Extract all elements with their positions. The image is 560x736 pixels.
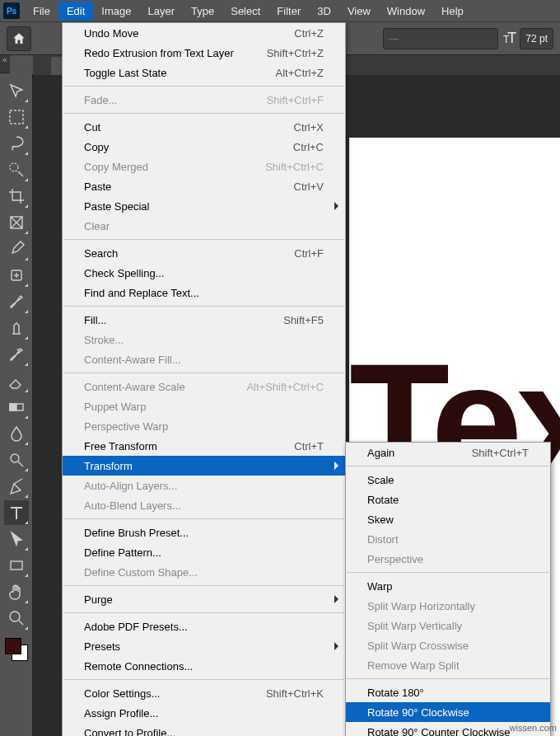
menubar-item-help[interactable]: Help bbox=[433, 2, 472, 21]
menu-item-fill[interactable]: Fill...Shift+F5 bbox=[63, 310, 345, 330]
gradient-tool[interactable] bbox=[4, 395, 29, 420]
brush-tool[interactable] bbox=[4, 289, 29, 314]
menu-item-rotate-180[interactable]: Rotate 180° bbox=[346, 682, 550, 702]
eraser-tool[interactable] bbox=[4, 368, 29, 393]
menu-item-shortcut: Shift+Ctrl+C bbox=[265, 161, 324, 173]
menu-item-rotate-90-clockwise[interactable]: Rotate 90° Clockwise bbox=[346, 702, 550, 722]
menu-item-check-spelling[interactable]: Check Spelling... bbox=[63, 263, 345, 283]
menu-item-content-aware-fill: Content-Aware Fill... bbox=[63, 349, 345, 369]
menu-item-skew[interactable]: Skew bbox=[346, 509, 550, 529]
menu-item-label: Puppet Warp bbox=[84, 401, 324, 413]
menu-item-presets[interactable]: Presets bbox=[63, 636, 345, 656]
menu-item-color-settings[interactable]: Color Settings...Shift+Ctrl+K bbox=[63, 683, 345, 703]
home-button[interactable] bbox=[7, 26, 31, 51]
pen-tool[interactable] bbox=[4, 474, 29, 499]
menubar-item-edit[interactable]: Edit bbox=[58, 2, 93, 21]
rectangle-tool[interactable] bbox=[4, 553, 29, 578]
menu-item-free-transform[interactable]: Free TransformCtrl+T bbox=[63, 436, 345, 456]
menu-item-paste[interactable]: PasteCtrl+V bbox=[63, 176, 345, 196]
menu-item-search[interactable]: SearchCtrl+F bbox=[63, 243, 345, 263]
move-tool-icon bbox=[7, 82, 26, 100]
menu-item-warp[interactable]: Warp bbox=[346, 576, 550, 596]
menubar-item-filter[interactable]: Filter bbox=[268, 2, 309, 21]
healing-brush-tool[interactable] bbox=[4, 263, 29, 288]
frame-tool[interactable] bbox=[4, 210, 29, 235]
menu-item-define-brush-preset[interactable]: Define Brush Preset... bbox=[63, 523, 345, 542]
zoom-tool[interactable] bbox=[4, 606, 29, 631]
menu-item-puppet-warp: Puppet Warp bbox=[63, 396, 345, 416]
menubar-item-image[interactable]: Image bbox=[93, 2, 139, 21]
crop-tool[interactable] bbox=[4, 184, 29, 209]
history-brush-tool-icon bbox=[7, 345, 26, 363]
menu-item-adobe-pdf-presets[interactable]: Adobe PDF Presets... bbox=[63, 616, 345, 636]
font-size-field[interactable]: 72 pt bbox=[520, 28, 553, 49]
menu-item-paste-special[interactable]: Paste Special bbox=[63, 196, 345, 216]
edit-menu: Undo MoveCtrl+ZRedo Extrusion from Text … bbox=[62, 22, 346, 736]
menu-item-undo-move[interactable]: Undo MoveCtrl+Z bbox=[63, 23, 345, 43]
menubar-item-type[interactable]: Type bbox=[183, 2, 222, 21]
lasso-tool[interactable] bbox=[4, 131, 29, 156]
type-tool[interactable] bbox=[4, 500, 29, 525]
menubar-item-3d[interactable]: 3D bbox=[309, 2, 339, 21]
menu-item-convert-to-profile[interactable]: Convert to Profile... bbox=[63, 723, 345, 736]
menubar-item-layer[interactable]: Layer bbox=[140, 2, 184, 21]
menu-item-label: Auto-Blend Layers... bbox=[84, 499, 324, 512]
menubar-item-file[interactable]: File bbox=[25, 2, 58, 21]
menu-item-auto-align-layers: Auto-Align Layers... bbox=[63, 476, 345, 495]
menu-item-toggle-last-state[interactable]: Toggle Last StateAlt+Ctrl+Z bbox=[63, 63, 345, 82]
marquee-tool[interactable] bbox=[4, 105, 29, 129]
clone-stamp-tool[interactable] bbox=[4, 316, 29, 340]
clone-stamp-tool-icon bbox=[7, 319, 26, 337]
menu-separator bbox=[63, 239, 344, 240]
menu-item-remote-connections[interactable]: Remote Connections... bbox=[63, 656, 345, 676]
menu-item-label: Split Warp Vertically bbox=[367, 620, 529, 632]
menu-item-label: Toggle Last State bbox=[84, 67, 259, 79]
menu-item-shortcut: Ctrl+V bbox=[294, 180, 324, 193]
menu-item-cut[interactable]: CutCtrl+X bbox=[63, 117, 345, 137]
frame-tool-icon bbox=[7, 213, 26, 232]
menu-item-scale[interactable]: Scale bbox=[346, 470, 550, 490]
eyedropper-tool[interactable] bbox=[4, 237, 29, 261]
menu-item-copy[interactable]: CopyCtrl+C bbox=[63, 137, 345, 157]
transform-submenu: AgainShift+Ctrl+TScaleRotateSkewDistortP… bbox=[345, 442, 551, 736]
menu-item-redo-extrusion-from-text-layer[interactable]: Redo Extrusion from Text LayerShift+Ctrl… bbox=[63, 43, 345, 63]
menu-item-perspective: Perspective bbox=[346, 549, 550, 569]
home-icon bbox=[12, 31, 26, 46]
menu-item-label: Free Transform bbox=[84, 440, 278, 452]
menu-item-find-and-replace-text[interactable]: Find and Replace Text... bbox=[63, 283, 345, 302]
svg-point-1 bbox=[10, 163, 18, 171]
history-brush-tool[interactable] bbox=[4, 342, 29, 367]
menu-item-shortcut: Ctrl+F bbox=[294, 247, 324, 260]
blur-tool[interactable] bbox=[4, 421, 29, 446]
menu-item-transform[interactable]: Transform bbox=[63, 456, 345, 476]
menu-item-label: Auto-Align Layers... bbox=[84, 480, 324, 492]
menubar-item-window[interactable]: Window bbox=[379, 2, 433, 21]
menu-item-rotate[interactable]: Rotate bbox=[346, 490, 550, 509]
menu-separator bbox=[63, 113, 344, 114]
color-swatch[interactable] bbox=[5, 638, 28, 661]
dodge-tool[interactable] bbox=[4, 448, 29, 472]
quick-select-tool[interactable] bbox=[4, 157, 29, 182]
font-family-field[interactable]: — bbox=[383, 28, 498, 49]
menu-item-label: Skew bbox=[367, 513, 529, 526]
menubar-item-select[interactable]: Select bbox=[222, 2, 268, 21]
menubar-item-view[interactable]: View bbox=[339, 2, 379, 21]
submenu-arrow-icon bbox=[334, 462, 338, 470]
menu-separator bbox=[63, 585, 344, 586]
menu-item-assign-profile[interactable]: Assign Profile... bbox=[63, 703, 345, 723]
menu-item-label: Content-Aware Scale bbox=[84, 381, 230, 393]
menu-separator bbox=[63, 679, 344, 680]
path-select-tool[interactable] bbox=[4, 527, 29, 551]
menu-item-label: Remove Warp Split bbox=[367, 659, 529, 672]
menu-item-purge[interactable]: Purge bbox=[63, 589, 345, 609]
hand-tool[interactable] bbox=[4, 579, 29, 604]
marquee-tool-icon bbox=[7, 108, 26, 126]
menu-separator bbox=[347, 572, 549, 573]
hand-tool-icon bbox=[7, 583, 26, 601]
menu-item-label: Check Spelling... bbox=[84, 267, 324, 279]
menu-item-again[interactable]: AgainShift+Ctrl+T bbox=[346, 443, 550, 462]
move-tool[interactable] bbox=[4, 78, 29, 103]
quick-select-tool-icon bbox=[7, 161, 26, 179]
panel-collapse-strip[interactable] bbox=[0, 55, 10, 73]
menu-item-define-pattern[interactable]: Define Pattern... bbox=[63, 542, 345, 562]
